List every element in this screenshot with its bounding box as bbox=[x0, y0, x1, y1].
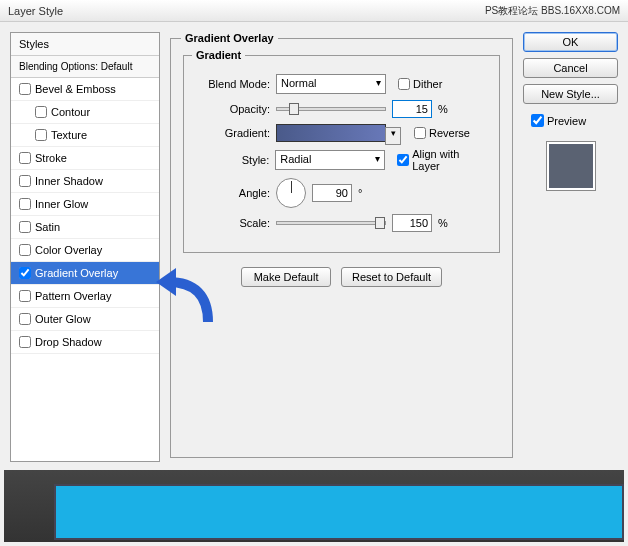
make-default-button[interactable]: Make Default bbox=[241, 267, 331, 287]
style-dropdown[interactable]: Radial bbox=[275, 150, 385, 170]
style-item-color-overlay[interactable]: Color Overlay bbox=[11, 239, 159, 262]
contour-checkbox[interactable] bbox=[35, 106, 47, 118]
blend-mode-dropdown[interactable]: Normal bbox=[276, 74, 386, 94]
reset-default-button[interactable]: Reset to Default bbox=[341, 267, 442, 287]
angle-unit: ° bbox=[358, 187, 362, 199]
scale-label: Scale: bbox=[194, 217, 270, 229]
preview-checkbox[interactable] bbox=[531, 114, 544, 127]
gradient-label: Gradient: bbox=[194, 127, 270, 139]
style-item-inner-shadow[interactable]: Inner Shadow bbox=[11, 170, 159, 193]
styles-panel: Styles Blending Options: Default Bevel &… bbox=[10, 32, 160, 462]
blend-mode-row: Blend Mode: Normal Dither bbox=[194, 74, 489, 94]
opacity-unit: % bbox=[438, 103, 448, 115]
style-label: Gradient Overlay bbox=[35, 267, 118, 279]
gradient-group: Gradient Blend Mode: Normal Dither Opaci… bbox=[183, 55, 500, 253]
style-item-inner-glow[interactable]: Inner Glow bbox=[11, 193, 159, 216]
blend-mode-label: Blend Mode: bbox=[194, 78, 270, 90]
style-label-txt: Style: bbox=[194, 154, 269, 166]
window-title: Layer Style bbox=[8, 5, 63, 17]
pattern-overlay-checkbox[interactable] bbox=[19, 290, 31, 302]
drop-shadow-checkbox[interactable] bbox=[19, 336, 31, 348]
scale-slider[interactable] bbox=[276, 221, 386, 225]
scale-thumb[interactable] bbox=[375, 217, 385, 229]
dither-option[interactable]: Dither bbox=[398, 78, 442, 90]
style-item-bevel[interactable]: Bevel & Emboss bbox=[11, 78, 159, 101]
blending-options[interactable]: Blending Options: Default bbox=[11, 56, 159, 78]
style-label: Stroke bbox=[35, 152, 67, 164]
inner-glow-checkbox[interactable] bbox=[19, 198, 31, 210]
right-panel: OK Cancel New Style... Preview bbox=[523, 32, 618, 462]
color-overlay-checkbox[interactable] bbox=[19, 244, 31, 256]
settings-panel: Gradient Overlay Gradient Blend Mode: No… bbox=[170, 32, 513, 462]
align-option[interactable]: Align with Layer bbox=[397, 148, 489, 172]
angle-row: Angle: ° bbox=[194, 178, 489, 208]
dither-label: Dither bbox=[413, 78, 442, 90]
align-checkbox[interactable] bbox=[397, 154, 409, 166]
style-item-drop-shadow[interactable]: Drop Shadow bbox=[11, 331, 159, 354]
bevel-checkbox[interactable] bbox=[19, 83, 31, 95]
scale-input[interactable] bbox=[392, 214, 432, 232]
main-container: Styles Blending Options: Default Bevel &… bbox=[0, 22, 628, 472]
scale-row: Scale: % bbox=[194, 214, 489, 232]
style-label: Contour bbox=[51, 106, 90, 118]
gradient-picker[interactable] bbox=[276, 124, 386, 142]
style-label: Bevel & Emboss bbox=[35, 83, 116, 95]
new-style-button[interactable]: New Style... bbox=[523, 84, 618, 104]
gradient-overlay-fieldset: Gradient Overlay Gradient Blend Mode: No… bbox=[170, 38, 513, 458]
style-label: Inner Glow bbox=[35, 198, 88, 210]
stroke-checkbox[interactable] bbox=[19, 152, 31, 164]
style-item-satin[interactable]: Satin bbox=[11, 216, 159, 239]
inner-shadow-checkbox[interactable] bbox=[19, 175, 31, 187]
style-item-contour[interactable]: Contour bbox=[11, 101, 159, 124]
titlebar: Layer Style PS教程论坛 BBS.16XX8.COM bbox=[0, 0, 628, 22]
canvas-layer bbox=[54, 484, 624, 540]
reverse-label: Reverse bbox=[429, 127, 470, 139]
style-label: Color Overlay bbox=[35, 244, 102, 256]
reverse-option[interactable]: Reverse bbox=[414, 127, 470, 139]
outer-glow-checkbox[interactable] bbox=[19, 313, 31, 325]
dither-checkbox[interactable] bbox=[398, 78, 410, 90]
watermark: PS教程论坛 BBS.16XX8.COM bbox=[485, 4, 620, 18]
style-label: Texture bbox=[51, 129, 87, 141]
opacity-label: Opacity: bbox=[194, 103, 270, 115]
style-item-stroke[interactable]: Stroke bbox=[11, 147, 159, 170]
gradient-row: Gradient: Reverse bbox=[194, 124, 489, 142]
style-row: Style: Radial Align with Layer bbox=[194, 148, 489, 172]
style-item-gradient-overlay[interactable]: Gradient Overlay bbox=[11, 262, 159, 285]
scale-unit: % bbox=[438, 217, 448, 229]
default-buttons: Make Default Reset to Default bbox=[183, 267, 500, 287]
angle-label: Angle: bbox=[194, 187, 270, 199]
panel-title: Gradient Overlay bbox=[181, 32, 278, 44]
style-label: Drop Shadow bbox=[35, 336, 102, 348]
align-label: Align with Layer bbox=[412, 148, 489, 172]
preview-option[interactable]: Preview bbox=[531, 114, 618, 127]
cancel-button[interactable]: Cancel bbox=[523, 58, 618, 78]
texture-checkbox[interactable] bbox=[35, 129, 47, 141]
opacity-slider[interactable] bbox=[276, 107, 386, 111]
opacity-row: Opacity: % bbox=[194, 100, 489, 118]
preview-swatch bbox=[546, 141, 596, 191]
ok-button[interactable]: OK bbox=[523, 32, 618, 52]
group-title: Gradient bbox=[192, 49, 245, 61]
style-item-pattern-overlay[interactable]: Pattern Overlay bbox=[11, 285, 159, 308]
style-label: Inner Shadow bbox=[35, 175, 103, 187]
style-label: Satin bbox=[35, 221, 60, 233]
gradient-overlay-checkbox[interactable] bbox=[19, 267, 31, 279]
reverse-checkbox[interactable] bbox=[414, 127, 426, 139]
styles-header[interactable]: Styles bbox=[11, 33, 159, 56]
angle-dial[interactable] bbox=[276, 178, 306, 208]
angle-input[interactable] bbox=[312, 184, 352, 202]
style-label: Outer Glow bbox=[35, 313, 91, 325]
style-item-outer-glow[interactable]: Outer Glow bbox=[11, 308, 159, 331]
satin-checkbox[interactable] bbox=[19, 221, 31, 233]
preview-label: Preview bbox=[547, 115, 586, 127]
style-label: Pattern Overlay bbox=[35, 290, 111, 302]
opacity-thumb[interactable] bbox=[289, 103, 299, 115]
opacity-input[interactable] bbox=[392, 100, 432, 118]
style-item-texture[interactable]: Texture bbox=[11, 124, 159, 147]
